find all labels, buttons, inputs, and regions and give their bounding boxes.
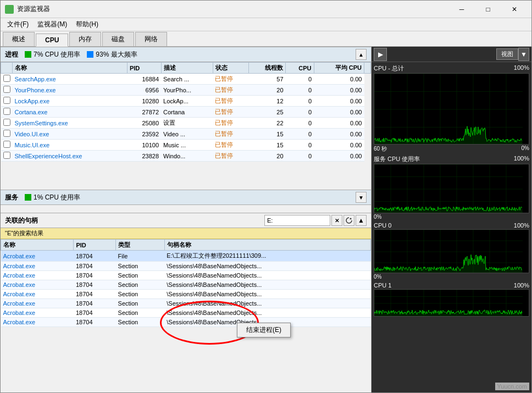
col-checkbox — [1, 63, 13, 74]
process-desc: YourPho... — [161, 85, 213, 96]
process-cpu: 0 — [286, 151, 314, 162]
handle-pid: 18704 — [74, 262, 116, 271]
col-avg-cpu[interactable]: 平均 CPU — [314, 63, 364, 74]
table-row[interactable]: Acrobat.exe 18704 Section \Sessions\48\B… — [1, 271, 371, 280]
col-threads[interactable]: 线程数 — [249, 63, 286, 74]
context-menu-end-process[interactable]: 结束进程(E) — [237, 323, 290, 337]
col-desc[interactable]: 描述 — [161, 63, 213, 74]
service-cpu-label-row: 服务 CPU 使用率 100% — [374, 155, 529, 163]
table-row[interactable]: Acrobat.exe 18704 Section \Sessions\48\B… — [1, 290, 371, 299]
handle-path: \Sessions\48\BaseNamedObjects... — [164, 262, 370, 271]
table-row[interactable]: Acrobat.exe 18704 Section \Sessions\48\B… — [1, 280, 371, 290]
tab-memory[interactable]: 内存 — [69, 32, 101, 46]
process-checkbox[interactable] — [1, 140, 13, 151]
services-header: 服务 1% CPU 使用率 ▼ — [1, 190, 371, 205]
process-status: 已暂停 — [213, 151, 248, 162]
handle-path: E:\工程竣工文件整理20211111\309... — [164, 251, 370, 262]
handle-pid: 18704 — [74, 280, 116, 290]
process-cpu: 0 — [286, 107, 314, 118]
table-row[interactable]: Acrobat.exe 18704 File E:\工程竣工文件整理202111… — [1, 251, 371, 262]
process-threads: 15 — [249, 140, 286, 151]
handle-name: Acrobat.exe — [1, 290, 74, 299]
tab-disk[interactable]: 磁盘 — [102, 32, 134, 46]
table-row[interactable]: Video.UI.exe 23592 Video ... 已暂停 15 0 0.… — [1, 129, 371, 140]
process-freq-label: 93% 最大频率 — [96, 50, 137, 59]
handles-expand-button[interactable]: ▲ — [356, 215, 367, 226]
app-icon — [5, 5, 14, 14]
handles-col-handle[interactable]: 句柄名称 — [164, 240, 370, 251]
table-row[interactable]: Acrobat.exe 18704 Section \Sessions\48\B… — [1, 299, 371, 308]
minimize-button[interactable]: ─ — [449, 1, 474, 18]
table-row[interactable]: Acrobat.exe 18704 Section \Sessions\48\B… — [1, 318, 371, 327]
process-pid: 10100 — [127, 140, 161, 151]
table-row[interactable]: Acrobat.exe 18704 Section \Sessions\48\B… — [1, 262, 371, 271]
cpu1-chart-section: CPU 1 100% — [374, 282, 529, 317]
process-checkbox[interactable] — [1, 96, 13, 107]
col-pid[interactable]: PID — [127, 63, 161, 74]
handles-col-name[interactable]: 名称 — [1, 240, 74, 251]
view-button[interactable]: 视图 — [496, 48, 518, 60]
cpu0-label: CPU 0 — [374, 222, 391, 229]
process-cpu-label: 7% CPU 使用率 — [34, 50, 80, 59]
handles-search-result-label: "E"的搜索结果 — [5, 230, 43, 236]
cpu-total-zero: 0% — [522, 145, 529, 153]
handles-col-type[interactable]: 类型 — [116, 240, 165, 251]
cpu-total-chart-section: CPU - 总计 100% 60 秒 0% — [374, 64, 529, 153]
handle-name: Acrobat.exe — [1, 308, 74, 318]
table-row[interactable]: SystemSettings.exe 25080 设置 已暂停 22 0 0.0… — [1, 118, 371, 129]
process-name: Video.UI.exe — [13, 129, 128, 140]
services-green-indicator — [25, 194, 31, 201]
cpu0-zero: 0% — [374, 274, 381, 280]
tab-cpu[interactable]: CPU — [36, 34, 68, 47]
col-status[interactable]: 状态 — [213, 63, 248, 74]
cpu1-chart — [374, 289, 529, 317]
handle-pid: 18704 — [74, 299, 116, 308]
process-table-container[interactable]: 名称 PID 描述 状态 线程数 CPU 平均 CPU — [1, 62, 371, 190]
right-expand-button[interactable]: ▶ — [374, 48, 387, 61]
svg-marker-0 — [350, 218, 352, 219]
menu-monitor[interactable]: 监视器(M) — [33, 19, 71, 30]
process-cpu: 0 — [286, 74, 314, 85]
process-expand-button[interactable]: ▲ — [356, 49, 367, 60]
handle-pid: 18704 — [74, 251, 116, 262]
handle-name: Acrobat.exe — [1, 262, 74, 271]
handles-search-input[interactable] — [264, 215, 330, 226]
services-expand-button[interactable]: ▼ — [356, 192, 367, 203]
handles-col-pid[interactable]: PID — [74, 240, 116, 251]
process-checkbox[interactable] — [1, 129, 13, 140]
table-row[interactable]: Music.UI.exe 10100 Music ... 已暂停 15 0 0.… — [1, 140, 371, 151]
table-row[interactable]: ShellExperienceHost.exe 23828 Windo... 已… — [1, 151, 371, 162]
handles-search-go-button[interactable] — [343, 215, 354, 226]
right-panel-header: ▶ 视图 ▼ — [372, 47, 531, 62]
tab-overview[interactable]: 概述 — [3, 32, 35, 46]
table-row[interactable]: LockApp.exe 10280 LockAp... 已暂停 12 0 0.0… — [1, 96, 371, 107]
handles-search-result-header: "E"的搜索结果 — [1, 228, 371, 239]
handles-table-container[interactable]: 名称 PID 类型 句柄名称 Acrobat.exe 18704 File E:… — [1, 239, 371, 392]
col-name[interactable]: 名称 — [13, 63, 128, 74]
process-checkbox[interactable] — [1, 85, 13, 96]
process-threads: 25 — [249, 107, 286, 118]
tab-network[interactable]: 网络 — [135, 32, 167, 46]
process-checkbox[interactable] — [1, 151, 13, 162]
col-cpu[interactable]: CPU — [286, 63, 314, 74]
view-dropdown-button[interactable]: ▼ — [518, 48, 529, 61]
process-checkbox[interactable] — [1, 118, 13, 129]
maximize-button[interactable]: □ — [475, 1, 501, 18]
process-avg-cpu: 0.00 — [314, 74, 364, 85]
process-checkbox[interactable] — [1, 107, 13, 118]
title-bar: 资源监视器 ─ □ ✕ — [1, 1, 531, 18]
handle-name: Acrobat.exe — [1, 251, 74, 262]
table-row[interactable]: YourPhone.exe 6956 YourPho... 已暂停 20 0 0… — [1, 85, 371, 96]
handles-search-clear-button[interactable]: ✕ — [331, 215, 342, 226]
handle-path: \Sessions\48\BaseNamedObjects... — [164, 299, 370, 308]
menu-file[interactable]: 文件(F) — [3, 19, 33, 30]
table-row[interactable]: Acrobat.exe 18704 Section \Sessions\48\B… — [1, 308, 371, 318]
window-controls: ─ □ ✕ — [449, 1, 527, 18]
menu-help[interactable]: 帮助(H) — [71, 19, 103, 30]
process-threads: 12 — [249, 96, 286, 107]
cpu0-percent: 100% — [514, 222, 529, 229]
close-button[interactable]: ✕ — [502, 1, 527, 18]
table-row[interactable]: SearchApp.exe 16884 Search ... 已暂停 57 0 … — [1, 74, 371, 85]
process-checkbox[interactable] — [1, 74, 13, 85]
table-row[interactable]: Cortana.exe 27872 Cortana 已暂停 25 0 0.00 — [1, 107, 371, 118]
